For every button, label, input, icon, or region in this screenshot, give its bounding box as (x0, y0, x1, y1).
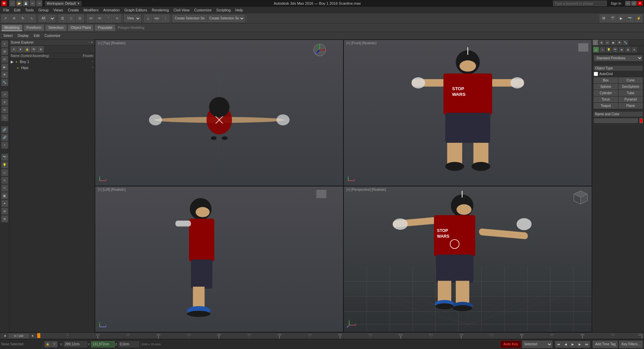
go-end-btn[interactable]: ⏭ (583, 341, 590, 348)
prev-frame-btn[interactable]: ◀ (562, 341, 569, 348)
viewport-left[interactable]: Z Y [+] [Left] [Realistic] (95, 186, 343, 333)
go-start-btn[interactable]: ⏮ (555, 341, 562, 348)
menu-file[interactable]: File (1, 7, 11, 13)
primitives-dropdown[interactable]: Standard Primitives (594, 55, 643, 61)
btn-cone[interactable]: Cone (619, 77, 643, 83)
tool-rotate[interactable]: ↻ (1, 106, 8, 114)
btn-box[interactable]: Box (594, 77, 618, 83)
select-by-name-btn[interactable]: ☰ (58, 14, 66, 22)
open-btn[interactable]: 📂 (16, 0, 22, 6)
scene-delete-btn[interactable]: ✕ (11, 46, 17, 52)
tab-populate[interactable]: Populate (95, 24, 115, 31)
menu-modifiers[interactable]: Modifiers (82, 7, 101, 13)
scene-eye-btn[interactable]: 👁 (31, 46, 37, 52)
color-swatch[interactable] (640, 118, 643, 123)
scene-item[interactable]: ▶ ● Boy 1 * (9, 59, 95, 65)
minimize-btn[interactable]: ─ (625, 1, 631, 6)
selection-set-dropdown[interactable]: Create Selection Se (208, 15, 245, 22)
sub-select[interactable]: Select (1, 34, 15, 38)
new-btn[interactable]: □ (9, 0, 15, 6)
btn-teapot[interactable]: Teapot (594, 103, 618, 109)
btn-sphere[interactable]: Sphere (594, 84, 618, 90)
scene-options-btn[interactable]: ⚙ (38, 46, 44, 52)
object-name-input[interactable] (594, 118, 638, 123)
auto-key-btn[interactable]: Auto Key (500, 341, 521, 348)
status-lock-icon[interactable]: 🔒 (45, 341, 51, 347)
workspace-dropdown-icon[interactable]: ▼ (77, 2, 80, 5)
btn-torus[interactable]: Torus (594, 97, 618, 102)
tool-utilities[interactable]: 🔧 (1, 79, 8, 86)
view-cube[interactable] (578, 43, 588, 52)
scene-lock-btn[interactable]: 🔒 (24, 46, 30, 52)
render-frame-btn[interactable]: 📷 (626, 14, 634, 22)
viewport-perspective[interactable]: STOP WARS (343, 186, 592, 333)
key-filters-btn[interactable]: Key Filters... (619, 341, 643, 348)
rp-cat-spacewarps[interactable]: ⊗ (625, 47, 631, 53)
rp-tab-display[interactable]: 👁 (616, 40, 623, 46)
tool-comp[interactable]: ▣ (1, 192, 8, 199)
sub-edit[interactable]: Edit (32, 34, 42, 38)
render-setup-btn[interactable]: 🎬 (608, 14, 616, 22)
timeline-prev-btn[interactable]: ◀ (1, 333, 9, 339)
maximize-btn[interactable]: □ (631, 1, 637, 6)
tool-space-warps[interactable]: ⊗ (1, 215, 8, 223)
scene-filter-btn[interactable]: ▼ (17, 46, 23, 52)
tab-selection[interactable]: Selection (45, 24, 66, 31)
z-coord[interactable] (119, 341, 139, 347)
rp-tab-utils[interactable]: 🔧 (623, 40, 629, 46)
tool-unlink[interactable]: 🔗 (1, 134, 8, 141)
sub-customize[interactable]: Customize (43, 34, 62, 38)
tool-nurbs[interactable]: 〜 (1, 184, 8, 192)
snap-2d-btn[interactable]: 2D (87, 14, 95, 22)
object-type-header[interactable]: Object Type (594, 66, 643, 71)
scene-item[interactable]: ● Hips * (9, 65, 95, 71)
tab-modeling[interactable]: Modeling (1, 24, 22, 31)
redo-btn[interactable]: ↪ (36, 0, 42, 6)
timeline-next-btn[interactable]: ▶ (29, 333, 37, 339)
rp-tab-motion[interactable]: ▶ (610, 40, 616, 46)
menu-create[interactable]: Create (66, 7, 81, 13)
x-coord[interactable] (64, 341, 87, 347)
render-btn[interactable]: ▶ (617, 14, 625, 22)
add-time-tag-btn[interactable]: Add Time Tag (593, 341, 618, 348)
viewport-top[interactable]: X Y Z X Y [+] [Top] [Realistic] (95, 40, 343, 186)
tool-light[interactable]: 💡 (1, 161, 8, 169)
btn-tube[interactable]: Tube (619, 90, 643, 96)
mirror-btn[interactable]: ⊲⊳ (153, 14, 161, 22)
view-cube-left[interactable] (316, 190, 326, 198)
menu-tools[interactable]: Tools (23, 7, 36, 13)
rp-cat-systems[interactable]: ≡ (631, 47, 637, 53)
btn-plane[interactable]: Plane (619, 103, 643, 109)
tool-scale[interactable]: ⤡ (1, 114, 8, 121)
snap-percent-btn[interactable]: % (113, 14, 121, 22)
rotate-tool[interactable]: ↻ (19, 14, 27, 22)
btn-pyramid[interactable]: Pyramid (619, 97, 643, 102)
menu-help[interactable]: Help (233, 7, 245, 13)
y-coord[interactable] (91, 341, 115, 347)
rp-tab-modify[interactable]: ⚙ (598, 40, 604, 46)
search-input[interactable] (553, 1, 607, 6)
window-crossing-btn[interactable]: ⊡ (76, 14, 84, 22)
tool-modify[interactable]: ⚙ (1, 48, 8, 55)
rp-cat-lights[interactable]: 💡 (606, 47, 612, 53)
menu-graph-editors[interactable]: Graph Editors (122, 7, 149, 13)
autogrid-checkbox[interactable] (594, 72, 598, 76)
tool-select2[interactable]: ↗ (1, 91, 8, 98)
viewport-front[interactable]: STOP WARS X Y [+] [Front] [Realistic] (343, 40, 592, 186)
selected-dropdown[interactable]: Selected (522, 341, 552, 348)
status-help-icon[interactable]: ? (51, 341, 57, 347)
rp-cat-cameras[interactable]: 📷 (612, 47, 618, 53)
tool-link[interactable]: 🔗 (1, 126, 8, 133)
tab-freeform[interactable]: Freeform (23, 24, 45, 31)
tool-geo[interactable]: ◇ (1, 169, 8, 176)
tool-dynamics[interactable]: ⊕ (1, 208, 8, 215)
view-cube-persp[interactable] (572, 189, 589, 205)
align-btn[interactable]: ⊥ (144, 14, 152, 22)
tool-bind[interactable]: ⚬ (1, 141, 8, 149)
scene-panel-close[interactable]: ✕ (91, 41, 93, 44)
menu-civil-view[interactable]: Civil View (171, 7, 191, 13)
create-selection-set-btn[interactable]: Create Selection Se (172, 15, 207, 22)
tool-move[interactable]: ✛ (1, 99, 8, 106)
tool-motion[interactable]: ▶ (1, 63, 8, 71)
scene-panel-minimize[interactable]: ─ (88, 41, 90, 44)
